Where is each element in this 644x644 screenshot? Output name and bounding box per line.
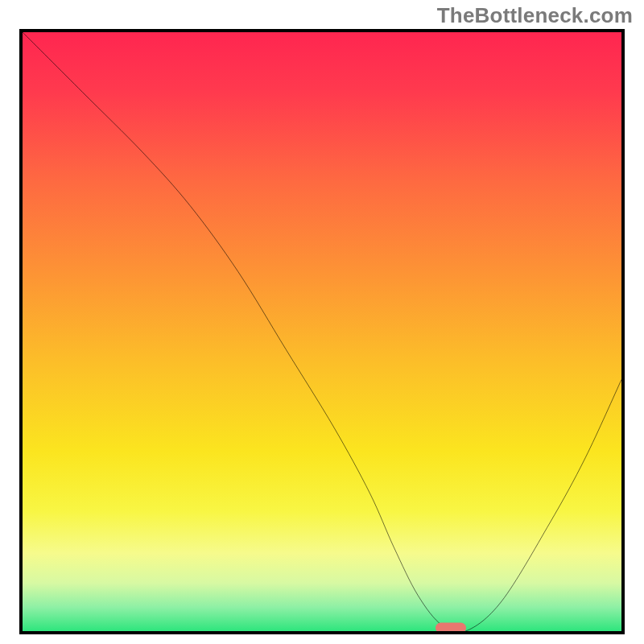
watermark-text: TheBottleneck.com	[437, 3, 633, 28]
optimum-pill-marker	[436, 623, 466, 634]
bottleneck-curve	[23, 32, 621, 631]
chart-frame	[19, 29, 625, 634]
